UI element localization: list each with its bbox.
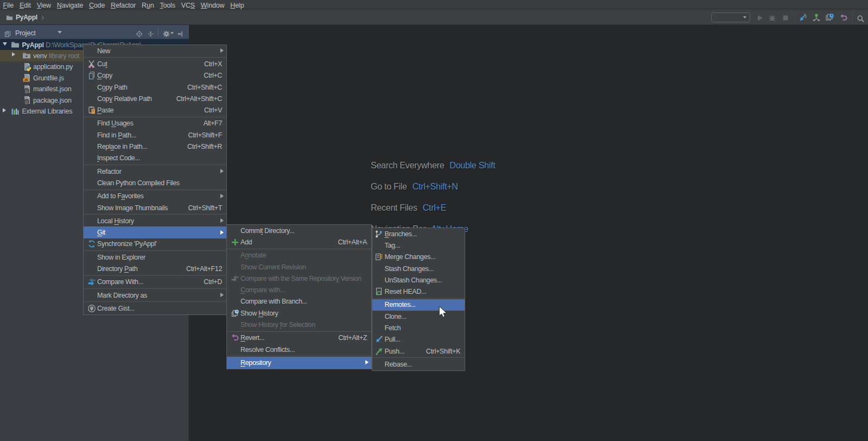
svg-text:{}: {} bbox=[25, 100, 28, 104]
svg-text:JS: JS bbox=[24, 79, 28, 82]
svg-text:{}: {} bbox=[25, 89, 28, 93]
